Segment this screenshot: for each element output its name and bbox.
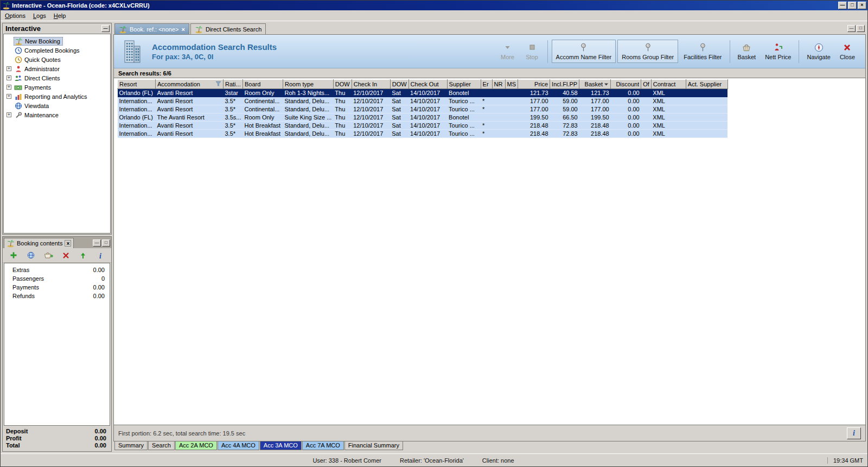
export-icon[interactable]	[78, 250, 88, 260]
table-cell: 3star	[224, 89, 243, 97]
menu-logs[interactable]: Logs	[29, 11, 50, 21]
expand-plus-icon[interactable]: +	[7, 85, 11, 90]
bottom-tab-acc-3a-mco[interactable]: Acc 3A MCO	[260, 441, 302, 450]
table-cell: 218.48	[518, 122, 550, 130]
table-row[interactable]: Internation...Avanti Resort3.5*Hot Break…	[118, 122, 728, 130]
app-window: Interactive - Ocean-Florida (code: x4CXL…	[0, 0, 868, 467]
column-header-contract[interactable]: Contract	[651, 80, 686, 89]
document-controls: — □	[847, 25, 865, 32]
sidebar-item-direct-clients[interactable]: +Direct Clients	[4, 73, 110, 83]
accomm-name-filter-button[interactable]: Accomm Name Filter	[552, 40, 616, 63]
sidebar-item-maintenance[interactable]: +Maintenance	[4, 110, 110, 119]
bottom-tab-summary[interactable]: Summary	[114, 441, 148, 450]
rooms-group-filter-button[interactable]: Rooms Group Filter	[617, 40, 678, 63]
table-cell: 121.73	[518, 89, 550, 97]
tab-direct-clients-search[interactable]: Direct Clients Search	[190, 23, 266, 34]
globe-icon[interactable]	[26, 250, 36, 260]
column-header-accommodation[interactable]: Accommodation	[156, 80, 224, 89]
bottom-tab-acc-7a-mco[interactable]: Acc 7A MCO	[302, 441, 344, 450]
sidebar-item-new-booking[interactable]: New Booking	[4, 36, 110, 46]
column-header-er[interactable]: Er	[481, 80, 492, 89]
collapse-panel-button[interactable]: —	[101, 25, 110, 32]
maximize-panel-button[interactable]: □	[102, 239, 110, 247]
window-maximize-button[interactable]: □	[848, 2, 857, 9]
menu-options[interactable]: Options	[1, 11, 29, 21]
table-cell	[492, 130, 505, 138]
table-cell: 12/10/2017	[352, 130, 390, 138]
maximize-document-button[interactable]: □	[857, 25, 865, 32]
table-row[interactable]: Internation...Avanti Resort3.5*Hot Break…	[118, 130, 728, 138]
add-icon[interactable]	[9, 250, 18, 260]
sidebar-item-viewdata[interactable]: Viewdata	[4, 101, 110, 110]
sidebar-item-completed-bookings[interactable]: Completed Bookings	[4, 46, 110, 55]
table-cell: Room Only	[243, 89, 283, 97]
toolbar-button-label: Rooms Group Filter	[622, 54, 674, 60]
search-results-panel: Accommodation Search Results For pax: 3A…	[113, 34, 866, 441]
expand-plus-icon[interactable]: +	[7, 66, 11, 71]
column-header-check-out[interactable]: Check Out	[409, 80, 447, 89]
expand-plus-icon[interactable]: +	[7, 75, 11, 80]
expand-plus-icon[interactable]: +	[7, 112, 11, 117]
info-button[interactable]: i	[847, 427, 861, 439]
column-header-rati[interactable]: Rati...	[224, 80, 243, 89]
bottom-tab-acc-2a-mco[interactable]: Acc 2A MCO	[175, 441, 217, 450]
column-header-supplier[interactable]: Supplier	[447, 80, 481, 89]
sidebar-item-label: Administrator	[24, 66, 60, 72]
table-cell: 14/10/2017	[409, 113, 447, 122]
basket-add-icon[interactable]	[43, 250, 53, 260]
facilities-filter-button[interactable]: Facilities Filter	[680, 40, 725, 62]
delete-icon[interactable]	[61, 250, 71, 260]
window-close-button[interactable]: ×	[858, 2, 866, 9]
column-header-ms[interactable]: MS	[505, 80, 518, 89]
tab-book-ref-none[interactable]: Book. ref.: <none>×	[114, 23, 189, 34]
column-header-dow[interactable]: DOW	[333, 80, 352, 89]
column-header-discount[interactable]: Discount	[611, 80, 641, 89]
column-header-dow[interactable]: DOW	[390, 80, 409, 89]
close-button[interactable]: Close	[836, 40, 859, 62]
sidebar-item-payments[interactable]: +Payments	[4, 83, 110, 92]
window-minimize-button[interactable]: —	[838, 2, 847, 9]
table-row[interactable]: Internation...Avanti Resort3.5*Continent…	[118, 105, 728, 113]
menu-help[interactable]: Help	[50, 11, 70, 21]
bottom-tab-acc-4a-mco[interactable]: Acc 4A MCO	[218, 441, 259, 450]
expand-plus-icon[interactable]: +	[7, 94, 11, 99]
table-cell: 177.00	[518, 97, 550, 105]
close-tab-icon[interactable]: ×	[182, 27, 185, 32]
minimize-panel-button[interactable]: —	[93, 239, 101, 247]
table-cell	[686, 97, 727, 105]
nett-price-button[interactable]: Nett Price	[761, 40, 795, 62]
table-cell: Roh 1-3 Nights...	[283, 89, 334, 97]
column-header-incl-fl-pp[interactable]: Incl.Fl.PP	[550, 80, 579, 89]
table-row[interactable]: Orlando (FL)Avanti Resort3starRoom OnlyR…	[118, 89, 728, 97]
people-icon	[14, 74, 22, 82]
column-header-act-supplier[interactable]: Act. Supplier	[686, 80, 727, 89]
sidebar-item-administrator[interactable]: +Administrator	[4, 64, 110, 73]
column-header-of[interactable]: Of	[641, 80, 652, 89]
column-header-label: Basket	[585, 81, 603, 87]
table-row[interactable]: Internation...Avanti Resort3.5*Continent…	[118, 97, 728, 105]
sidebar-item-quick-quotes[interactable]: Quick Quotes	[4, 55, 110, 64]
column-header-price[interactable]: Price	[518, 80, 550, 89]
minimize-document-button[interactable]: —	[847, 25, 856, 32]
bottom-tab-financial-summary[interactable]: Financial Summary	[344, 441, 403, 450]
column-header-check-in[interactable]: Check In	[352, 80, 390, 89]
basket-button[interactable]: Basket	[734, 40, 760, 62]
navigate-button[interactable]: Navigate	[803, 40, 834, 62]
sidebar-item-reporting-and-analytics[interactable]: +Reporting and Analytics	[4, 92, 110, 101]
table-cell: 59.00	[550, 97, 579, 105]
table-cell	[492, 89, 505, 97]
table-cell: 0.00	[611, 130, 641, 138]
column-header-basket[interactable]: Basket	[579, 80, 611, 89]
info-icon[interactable]: i	[95, 250, 105, 260]
close-tab-icon[interactable]: ×	[65, 240, 71, 247]
column-header-room-type[interactable]: Room type	[283, 80, 334, 89]
bottom-tab-search[interactable]: Search	[148, 441, 175, 450]
table-cell: Tourico ...	[447, 105, 481, 113]
navigation-panel-title: Interactive	[5, 24, 41, 33]
column-header-resort[interactable]: Resort	[118, 80, 156, 89]
tab-booking-contents[interactable]: Booking contents ×	[4, 238, 74, 248]
table-row[interactable]: Orlando (FL)The Avanti Resort3.5s...Room…	[118, 113, 728, 122]
column-header-board[interactable]: Board	[243, 80, 283, 89]
column-header-nr[interactable]: NR	[492, 80, 505, 89]
toolbar-button-label: Stop	[526, 54, 538, 60]
